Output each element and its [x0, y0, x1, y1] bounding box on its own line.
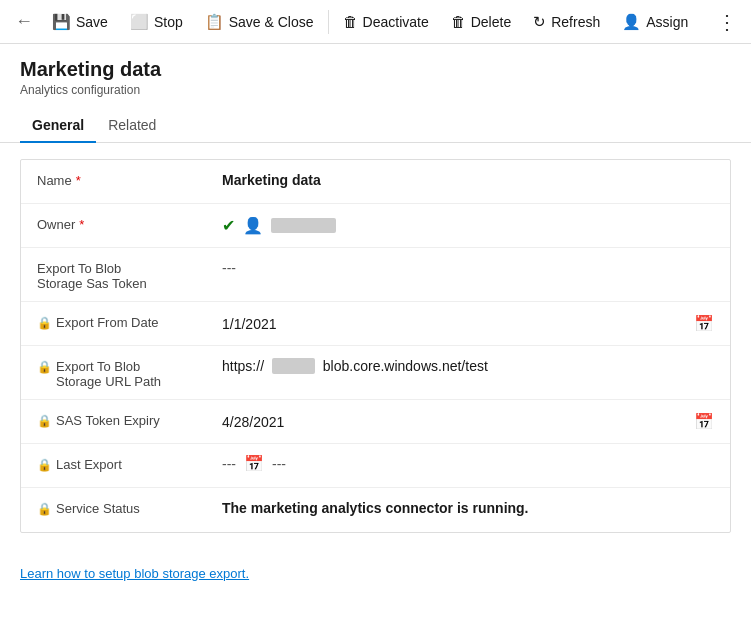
- field-owner-value[interactable]: ✔ 👤: [222, 214, 714, 235]
- field-service-status: 🔒 Service Status The marketing analytics…: [21, 488, 730, 532]
- deactivate-icon: 🗑: [343, 13, 358, 30]
- assign-button[interactable]: 👤 Assign: [612, 6, 698, 38]
- field-name-label: Name: [37, 173, 72, 188]
- field-export-from-date-label: Export From Date: [56, 315, 159, 330]
- tabs: General Related: [0, 109, 751, 143]
- assign-icon: 👤: [622, 13, 641, 31]
- field-export-from-date: 🔒 Export From Date 1/1/2021 📅: [21, 302, 730, 346]
- required-star-owner: *: [79, 217, 84, 232]
- page-title: Marketing data: [20, 58, 731, 81]
- learn-link[interactable]: Learn how to setup blob storage export.: [20, 566, 249, 581]
- field-sas-token-label: Export To BlobStorage Sas Token: [37, 261, 147, 291]
- field-export-from-date-value[interactable]: 1/1/2021 📅: [222, 312, 714, 333]
- calendar-icon-2[interactable]: 📅: [694, 412, 714, 431]
- form-section: Name * Marketing data Owner * ✔ 👤: [20, 159, 731, 533]
- stop-button[interactable]: ⬜ Stop: [120, 6, 193, 38]
- field-sas-token-value[interactable]: ---: [222, 258, 714, 276]
- tab-related[interactable]: Related: [96, 109, 168, 143]
- delete-button[interactable]: 🗑 Delete: [441, 6, 521, 38]
- field-url-path-value[interactable]: https:// blob.core.windows.net/test: [222, 356, 714, 374]
- field-url-path: 🔒 Export To BlobStorage URL Path https:/…: [21, 346, 730, 400]
- field-service-status-label: Service Status: [56, 501, 140, 516]
- page-header: Marketing data Analytics configuration: [0, 44, 751, 97]
- toolbar-separator: [328, 10, 329, 34]
- field-last-export-label: Last Export: [56, 457, 122, 472]
- refresh-icon: ↻: [533, 13, 546, 31]
- required-star: *: [76, 173, 81, 188]
- calendar-icon-1[interactable]: 📅: [694, 314, 714, 333]
- lock-icon-5: 🔒: [37, 502, 52, 516]
- tab-general[interactable]: General: [20, 109, 96, 143]
- refresh-button[interactable]: ↻ Refresh: [523, 6, 610, 38]
- page-subtitle: Analytics configuration: [20, 83, 731, 97]
- back-button[interactable]: ←: [8, 6, 40, 38]
- field-sas-token: Export To BlobStorage Sas Token ---: [21, 248, 730, 302]
- field-service-status-value: The marketing analytics connector is run…: [222, 498, 714, 516]
- field-name: Name * Marketing data: [21, 160, 730, 204]
- url-masked: [272, 358, 315, 374]
- field-last-export-value[interactable]: --- 📅 ---: [222, 454, 286, 473]
- lock-icon-4: 🔒: [37, 458, 52, 472]
- stop-icon: ⬜: [130, 13, 149, 31]
- toolbar: ← 💾 Save ⬜ Stop 📋 Save & Close 🗑 Deactiv…: [0, 0, 751, 44]
- deactivate-button[interactable]: 🗑 Deactivate: [333, 6, 439, 38]
- save-icon: 💾: [52, 13, 71, 31]
- field-last-export: 🔒 Last Export --- 📅 ---: [21, 444, 730, 488]
- form-area: Name * Marketing data Owner * ✔ 👤: [0, 143, 751, 549]
- calendar-icon-3[interactable]: 📅: [244, 454, 264, 473]
- field-name-value[interactable]: Marketing data: [222, 170, 714, 188]
- delete-icon: 🗑: [451, 13, 466, 30]
- save-close-icon: 📋: [205, 13, 224, 31]
- field-url-path-label: Export To BlobStorage URL Path: [56, 359, 161, 389]
- field-owner-label: Owner: [37, 217, 75, 232]
- field-sas-expiry: 🔒 SAS Token Expiry 4/28/2021 📅: [21, 400, 730, 444]
- field-sas-expiry-value[interactable]: 4/28/2021 📅: [222, 410, 714, 431]
- lock-icon-1: 🔒: [37, 316, 52, 330]
- owner-check-icon: ✔: [222, 216, 235, 235]
- field-owner: Owner * ✔ 👤: [21, 204, 730, 248]
- save-close-button[interactable]: 📋 Save & Close: [195, 6, 324, 38]
- save-button[interactable]: 💾 Save: [42, 6, 118, 38]
- more-options-button[interactable]: ⋮: [711, 6, 743, 38]
- owner-name-text: [271, 218, 336, 233]
- learn-link-area: Learn how to setup blob storage export.: [0, 549, 751, 597]
- owner-person-icon: 👤: [243, 216, 263, 235]
- lock-icon-3: 🔒: [37, 414, 52, 428]
- lock-icon-2: 🔒: [37, 360, 52, 374]
- field-sas-expiry-label: SAS Token Expiry: [56, 413, 160, 428]
